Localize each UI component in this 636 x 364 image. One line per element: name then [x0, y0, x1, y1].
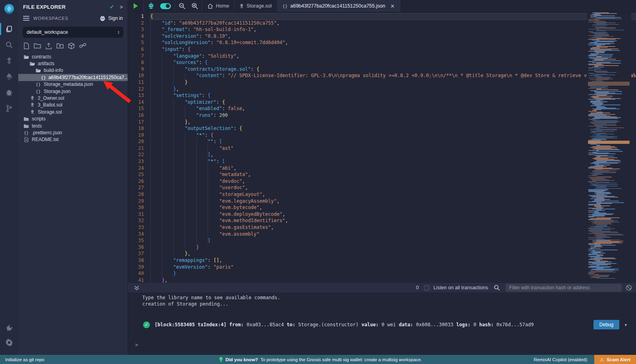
cube-icon[interactable] — [68, 43, 75, 49]
code-line[interactable]: 20"": [ — [128, 138, 636, 145]
tree-item-storage-sol[interactable]: Storage.sol — [18, 108, 128, 115]
code-line[interactable]: 39"evmVersion": "paris" — [128, 264, 636, 271]
sidebar-item-settings[interactable] — [0, 336, 18, 349]
terminal-prompt[interactable]: > — [128, 342, 636, 348]
collapse-panel-icon[interactable]: > — [120, 4, 123, 10]
workspace-menu-icon[interactable] — [23, 15, 29, 22]
new-folder-icon[interactable] — [34, 43, 41, 49]
code-line[interactable]: 19"*": { — [128, 132, 636, 139]
tab-build-info-json[interactable]: {} a69b43f277ba20fcac141151250ca755.json… — [277, 0, 400, 12]
code-line[interactable]: 29"evm.legacyAssembly", — [128, 198, 636, 205]
remix-logo[interactable] — [3, 3, 15, 15]
upload-file-icon[interactable] — [45, 43, 52, 49]
workspace-select[interactable]: default_workspace ▴▾ — [23, 27, 123, 38]
sidebar-item-deploy-and-run[interactable] — [0, 70, 18, 83]
zoom-out-icon[interactable] — [178, 2, 186, 10]
expand-tx-icon[interactable]: ▾ — [624, 322, 627, 328]
code-line[interactable]: 1{ — [128, 13, 636, 20]
tree-item-build-info[interactable]: build-info — [18, 67, 128, 74]
tree-item-storage-metadata-json[interactable]: {}Storage_metadata.json — [18, 81, 128, 88]
tab-home[interactable]: Home — [202, 0, 235, 12]
copilot-status[interactable]: RemixAI Copilot (enabled) — [534, 357, 587, 362]
terminal-search-icon[interactable] — [494, 285, 500, 291]
code-line[interactable]: 7"language": "Solidity", — [128, 53, 636, 60]
tree-item-a69b43f277ba20fcac141151250ca7-[interactable]: {}a69b43f277ba20fcac141151250ca7... — [18, 74, 128, 81]
tree-item--prettierrc-json[interactable]: {}.prettierrc.json — [18, 129, 128, 136]
code-line[interactable]: 15"enabled": false, — [128, 105, 636, 112]
sidebar-item-debugger[interactable] — [0, 86, 18, 99]
code-line[interactable]: 4"solcVersion": "0.8.19", — [128, 33, 636, 40]
upload-folder-icon[interactable] — [56, 43, 64, 49]
sidebar-item-solidity-compiler[interactable] — [0, 54, 18, 68]
collapse-terminal-icon[interactable] — [134, 285, 140, 290]
link-icon[interactable] — [79, 43, 86, 49]
code-line[interactable]: 3"_format": "hh-sol-build-info-1", — [128, 26, 636, 33]
code-line[interactable]: 30"evm.bytecode", — [128, 204, 636, 211]
tree-item-3-ballot-sol[interactable]: 3_Ballot.sol — [18, 102, 128, 108]
code-text: "ast" — [150, 145, 636, 152]
code-line[interactable]: 5"solcLongVersion": "0.8.19+commit.7dd6d… — [128, 39, 636, 46]
code-line[interactable]: 38"remappings": [], — [128, 257, 636, 264]
tree-item-readme-txt[interactable]: README.txt — [18, 136, 128, 143]
code-line[interactable]: 18"outputSelection": { — [128, 125, 636, 132]
code-line[interactable]: 31"evm.deployedBytecode", — [128, 211, 636, 218]
code-line[interactable]: 10"content": "// SPDX-License-Identifier… — [128, 72, 636, 79]
code-line[interactable]: 22], — [128, 151, 636, 158]
tab-storage-sol[interactable]: Storage.sol — [235, 0, 277, 12]
code-line[interactable]: 35] — [128, 237, 636, 244]
transaction-filter-input[interactable] — [506, 284, 622, 292]
tree-item-artifacts[interactable]: artifacts — [18, 60, 128, 67]
new-file-icon[interactable] — [23, 43, 29, 49]
tree-item-scripts[interactable]: scripts — [18, 116, 128, 122]
code-line[interactable]: 28"storageLayout", — [128, 191, 636, 198]
transaction-row[interactable]: ✓ [block:5583405 txIndex:4] from: 0xa03.… — [128, 318, 636, 332]
github-sign-in-button[interactable]: Sign in — [99, 15, 123, 21]
code-line[interactable]: 11} — [128, 79, 636, 86]
code-line[interactable]: 25"metadata", — [128, 171, 636, 178]
zoom-in-icon[interactable] — [191, 2, 198, 10]
minimap[interactable] — [587, 12, 631, 283]
close-tab-icon[interactable]: ✕ — [390, 3, 395, 9]
sidebar-item-search[interactable] — [0, 38, 18, 52]
tree-item-contracts[interactable]: contracts — [18, 53, 128, 60]
debug-button[interactable]: Debug — [593, 320, 619, 329]
listen-checkbox[interactable] — [424, 285, 429, 290]
tree-item-storage-json[interactable]: {}Storage.json — [18, 88, 128, 95]
code-line[interactable]: 23"*": [ — [128, 158, 636, 165]
code-line[interactable]: 26"devdoc", — [128, 178, 636, 185]
panel-title: FILE EXPLORER — [23, 4, 110, 10]
code-line[interactable]: 40} — [128, 270, 636, 277]
code-line[interactable]: 37}, — [128, 250, 636, 257]
tree-item-2-owner-sol[interactable]: 2_Owner.sol — [18, 95, 128, 101]
code-line[interactable]: 41}, — [128, 277, 636, 283]
code-line[interactable]: 9"contracts/Storage.sol": { — [128, 66, 636, 73]
code-line[interactable]: 27"userdoc", — [128, 184, 636, 191]
code-line[interactable]: 16"runs": 200 — [128, 112, 636, 119]
tree-item-tests[interactable]: tests — [18, 122, 128, 129]
code-line[interactable]: 36} — [128, 244, 636, 251]
code-line[interactable]: 33"evm.gasEstimates", — [128, 224, 636, 231]
clear-console-icon[interactable] — [626, 285, 632, 291]
code-editor[interactable]: 1{2"id": "a69b43f277ba20fcac141151250ca7… — [128, 12, 636, 283]
code-line[interactable]: 32"evm.methodIdentifiers", — [128, 217, 636, 224]
sidebar-item-git[interactable] — [0, 102, 18, 115]
copilot-toggle[interactable] — [160, 3, 171, 9]
code-line[interactable]: 13"settings": { — [128, 92, 636, 99]
terminal[interactable]: Type the library name to see available c… — [128, 292, 636, 355]
code-line[interactable]: 2"id": "a69b43f277ba20fcac141151250ca755… — [128, 20, 636, 27]
code-line[interactable]: 8"sources": { — [128, 59, 636, 66]
sidebar-item-file-explorer[interactable] — [0, 22, 18, 36]
code-line[interactable]: 6"input": { — [128, 46, 636, 53]
code-line[interactable]: 17}, — [128, 119, 636, 126]
code-line[interactable]: 24"abi", — [128, 165, 636, 172]
sidebar-item-plugin-manager[interactable] — [0, 321, 18, 335]
code-line[interactable]: 12}, — [128, 86, 636, 93]
code-line[interactable]: 34"evm.assembly" — [128, 231, 636, 238]
run-script-button[interactable] — [134, 3, 138, 9]
ai-copilot-icon[interactable] — [147, 2, 155, 10]
git-init-status[interactable]: Initialize as git repo — [0, 357, 219, 362]
status-bar: Initialize as git repo Did you know? To … — [0, 355, 636, 364]
code-line[interactable]: 14"optimizer": { — [128, 99, 636, 106]
scam-alert-badge[interactable]: ⚠ Scam Alert — [594, 355, 636, 364]
code-line[interactable]: 21"ast" — [128, 145, 636, 152]
